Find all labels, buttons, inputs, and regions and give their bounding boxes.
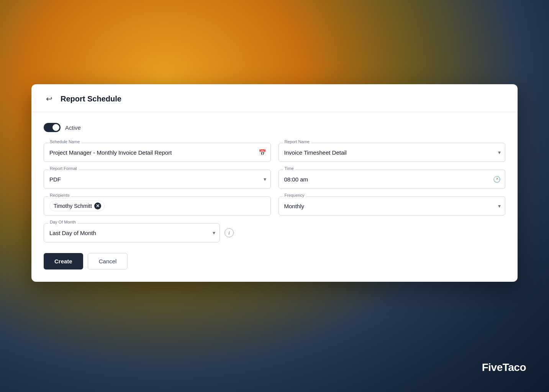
time-input-wrapper: 🕐	[279, 170, 506, 189]
back-button[interactable]: ↩	[44, 93, 54, 104]
frequency-select-wrapper: Daily Weekly Monthly Yearly ▾	[279, 196, 506, 216]
frequency-label: Frequency	[283, 193, 306, 198]
recipients-field[interactable]: Timothy Schmitt ✕	[44, 196, 271, 216]
schedule-name-label: Schedule Name	[48, 139, 81, 144]
day-of-month-select[interactable]: Last Day of Month 1st 15th 28th	[44, 223, 220, 242]
active-toggle[interactable]	[44, 123, 61, 132]
form-row-1: Schedule Name 📅 Report Name Invoice Time…	[44, 143, 505, 162]
schedule-name-wrapper: 📅	[44, 143, 271, 162]
day-of-month-label: Day Of Month	[48, 220, 77, 224]
remove-recipient-button[interactable]: ✕	[94, 203, 101, 209]
recipient-chip-timothy: Timothy Schmitt ✕	[49, 201, 105, 211]
info-icon[interactable]: i	[225, 228, 234, 237]
cancel-button[interactable]: Cancel	[88, 253, 128, 270]
modal: ↩ Report Schedule Active Schedule Name 📅	[31, 84, 518, 282]
report-format-select-wrapper: PDF Excel CSV ▾	[44, 170, 271, 189]
report-format-group: Report Format PDF Excel CSV ▾	[44, 170, 271, 189]
report-name-select-wrapper: Invoice Timesheet Detail ▾	[279, 143, 506, 162]
report-format-label: Report Format	[48, 166, 79, 171]
frequency-select[interactable]: Daily Weekly Monthly Yearly	[279, 196, 506, 216]
modal-title: Report Schedule	[61, 95, 121, 103]
toggle-thumb	[52, 124, 59, 131]
time-input[interactable]	[279, 170, 506, 189]
modal-header: ↩ Report Schedule	[31, 84, 518, 112]
report-name-select[interactable]: Invoice Timesheet Detail	[279, 143, 506, 162]
recipients-group: Recipients Timothy Schmitt ✕	[44, 196, 271, 216]
report-name-group: Report Name Invoice Timesheet Detail ▾	[279, 143, 506, 162]
active-label: Active	[65, 124, 81, 131]
active-toggle-row: Active	[44, 123, 505, 132]
day-of-month-group: Day Of Month Last Day of Month 1st 15th …	[44, 223, 220, 242]
recipient-name: Timothy Schmitt	[54, 203, 92, 209]
form-row-2: Report Format PDF Excel CSV ▾ Time	[44, 170, 505, 189]
brand-taco: Taco	[503, 361, 526, 373]
recipients-label: Recipients	[48, 193, 71, 198]
branding: FiveTaco	[482, 361, 526, 374]
form-row-3: Recipients Timothy Schmitt ✕ Frequency D…	[44, 196, 505, 216]
button-row: Create Cancel	[44, 253, 505, 270]
schedule-name-group: Schedule Name 📅	[44, 143, 271, 162]
day-of-month-select-wrapper: Last Day of Month 1st 15th 28th ▾	[44, 223, 220, 242]
time-label: Time	[283, 166, 295, 171]
frequency-group: Frequency Daily Weekly Monthly Yearly ▾	[279, 196, 506, 216]
create-button[interactable]: Create	[44, 253, 83, 270]
report-name-label: Report Name	[283, 139, 311, 144]
report-format-select[interactable]: PDF Excel CSV	[44, 170, 271, 189]
modal-body: Active Schedule Name 📅 Report Name Invoi…	[31, 112, 518, 270]
brand-five: Five	[482, 361, 503, 373]
day-of-month-row: Day Of Month Last Day of Month 1st 15th …	[44, 223, 505, 242]
modal-wrapper: ↩ Report Schedule Active Schedule Name 📅	[31, 84, 518, 282]
time-group: Time 🕐	[279, 170, 506, 189]
schedule-name-input[interactable]	[44, 143, 271, 162]
